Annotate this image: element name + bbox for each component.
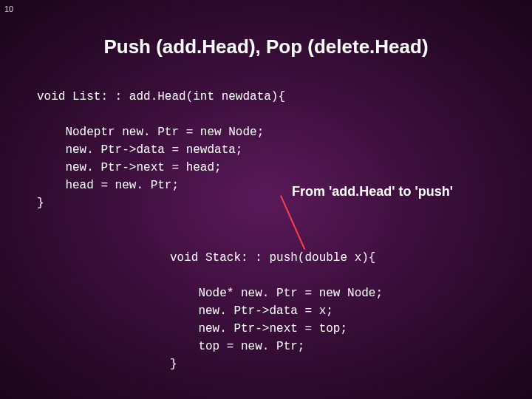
slide-number: 10	[4, 4, 13, 13]
code-block-addhead: void List: : add.Head(int newdata){ Node…	[37, 88, 532, 212]
code-block-push: void Stack: : push(double x){ Node* new.…	[170, 249, 532, 373]
slide-title: Push (add.Head), Pop (delete.Head)	[0, 35, 532, 58]
annotation-text: From 'add.Head' to 'push'	[292, 184, 453, 200]
arrow-icon	[256, 196, 282, 248]
